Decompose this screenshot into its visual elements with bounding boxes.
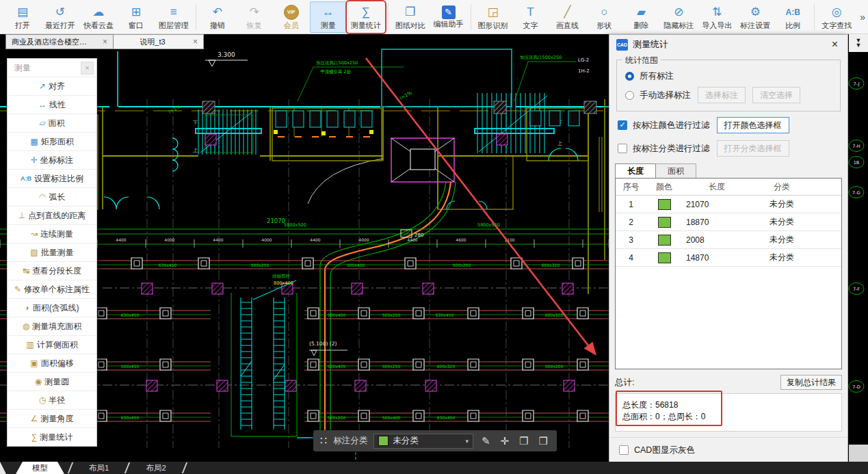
cloud-disk-button[interactable]: ☁快看云盘 <box>79 1 118 33</box>
measure-button[interactable]: ↔测量 <box>310 1 347 33</box>
svg-text:500x200: 500x200 <box>328 415 346 420</box>
tab-layout1[interactable]: 布局1 <box>77 462 121 474</box>
delete-button[interactable]: ▰删除 <box>622 1 659 33</box>
classification-dropdown[interactable]: 未分类 ▾ <box>373 434 473 449</box>
grid-ref-lg2: LG-2 <box>578 57 589 63</box>
drawing-compare-button[interactable]: ❐图纸对比 <box>391 1 430 33</box>
svg-text:4400: 4400 <box>407 237 417 242</box>
tab-separator <box>68 462 73 473</box>
table-row[interactable]: 4 14870 未分类 <box>616 249 841 267</box>
radius-icon: ◷ <box>39 395 46 405</box>
compare-icon: ❐ <box>405 4 415 21</box>
document-tab-bar: 商业及酒店综合楼空… × 说明_t3 × <box>5 34 204 49</box>
grid-icon: ∷ <box>320 434 327 447</box>
text-icon: T <box>527 4 534 21</box>
svg-text:7-J: 7-J <box>854 81 860 87</box>
scale-icon: A:B <box>786 4 800 21</box>
copy-annotation-button[interactable]: ❐ <box>517 435 530 447</box>
radio-all-annotations[interactable] <box>625 72 634 81</box>
tool-radius[interactable]: ◷半径 <box>8 391 96 409</box>
close-icon[interactable]: × <box>103 37 107 47</box>
duct-size-labels: 630x450500x250 500x450500x250 600x320 63… <box>121 263 564 420</box>
tool-coordinate[interactable]: ✛坐标标注 <box>8 150 96 169</box>
window-button[interactable]: ⊞窗口 <box>118 1 155 33</box>
move-annotation-button[interactable]: ✛ <box>499 435 512 447</box>
close-icon[interactable]: × <box>81 62 94 75</box>
tool-side-area[interactable]: ▥计算侧面积 <box>8 335 96 354</box>
level-note: (5.100) (2) <box>309 341 347 356</box>
stats-panel-title: 测量统计 <box>633 38 829 51</box>
measure-stats-button[interactable]: ∑测量统计 <box>347 1 385 33</box>
edit-annotation-button[interactable]: ✎ <box>479 435 492 447</box>
tab-area[interactable]: 面积 <box>656 163 696 178</box>
filter-by-category-checkbox[interactable] <box>618 144 627 153</box>
tool-area-with-arc[interactable]: ◗面积(含弧线) <box>8 298 96 317</box>
shapes-button[interactable]: ○形状 <box>586 1 622 33</box>
close-icon[interactable]: × <box>193 37 198 47</box>
recent-open-button[interactable]: ↺最近打开 <box>41 1 79 33</box>
redo-button[interactable]: ↷恢复 <box>236 1 273 33</box>
table-row[interactable]: 2 18870 未分类 <box>616 213 841 231</box>
undo-button[interactable]: ↶撤销 <box>199 1 236 33</box>
clear-selection-button[interactable]: 清空选择 <box>752 87 800 103</box>
filter-by-color-checkbox[interactable]: ✓ <box>618 120 627 130</box>
tab-model[interactable]: 模型 <box>16 462 64 474</box>
gear-icon: ⚙ <box>750 4 761 21</box>
angle-icon: ∠ <box>31 414 38 423</box>
radio-manual-select[interactable] <box>625 91 634 100</box>
tool-batch-measure[interactable]: ▧批量测量 <box>8 243 96 261</box>
close-icon[interactable]: × <box>829 38 841 51</box>
paste-annotation-button[interactable]: ❒ <box>537 435 550 447</box>
tool-align[interactable]: ↗对齐 <box>8 77 96 95</box>
shape-recognition-button[interactable]: ◲图形识别 <box>474 1 512 33</box>
text-button[interactable]: T文字 <box>512 1 549 33</box>
open-color-picker-button[interactable]: 打开颜色选择框 <box>717 117 789 133</box>
toolbar-overflow-button[interactable]: » <box>857 12 868 23</box>
stair-down-label: 下 <box>193 120 198 126</box>
draw-line-button[interactable]: ╱画直线 <box>549 1 586 33</box>
tool-point-line-distance[interactable]: ⊥点到直线的距离 <box>8 206 96 224</box>
hide-annotations-button[interactable]: ⊘隐藏标注 <box>659 1 698 33</box>
import-export-button[interactable]: ⇅导入导出 <box>698 1 736 33</box>
annotation-settings-button[interactable]: ⚙标注设置 <box>736 1 774 33</box>
tool-area[interactable]: ▱面积 <box>8 114 96 132</box>
doc-tab-2[interactable]: 说明_t3 × <box>114 34 204 49</box>
cloud-icon: ☁ <box>92 4 104 21</box>
table-row[interactable]: 3 2008 未分类 <box>616 231 841 249</box>
panel-collapse-button[interactable]: ▼ ▼ <box>849 34 868 52</box>
copy-totals-button[interactable]: 复制总计结果 <box>780 375 842 390</box>
tool-linear[interactable]: ↔线性 <box>8 95 96 114</box>
pipe-label-2: 5800x500 <box>284 222 306 228</box>
table-row[interactable]: 1 21070 未分类 <box>616 196 841 213</box>
toolbar-divider <box>471 4 471 30</box>
open-category-picker-button[interactable]: 打开分类选择框 <box>717 140 789 157</box>
tool-measure-angle[interactable]: ∠测量角度 <box>8 409 96 427</box>
tab-length[interactable]: 长度 <box>615 163 656 178</box>
svg-text:7-F: 7-F <box>853 287 860 292</box>
tool-edit-annotation[interactable]: ✎修改单个标注属性 <box>8 280 96 298</box>
vip-member-button[interactable]: VIP会员 <box>273 1 310 33</box>
cad-gray-checkbox[interactable] <box>619 445 629 455</box>
text-search-button[interactable]: ◎文字查找 <box>817 1 856 33</box>
arc-icon: ◠ <box>39 192 46 202</box>
select-annotations-button[interactable]: 选择标注 <box>698 87 746 103</box>
tool-continuous-measure[interactable]: ↝连续测量 <box>8 224 96 243</box>
open-button[interactable]: ▤打开 <box>4 1 41 33</box>
tool-arc-length[interactable]: ◠弧长 <box>8 187 96 206</box>
edit-assistant-button[interactable]: ✎编辑助手 <box>430 1 468 33</box>
vip-icon: VIP <box>284 5 299 20</box>
tool-measure-stats[interactable]: ∑测量统计 <box>8 427 96 446</box>
layer-manager-button[interactable]: ≡图层管理 <box>155 1 193 33</box>
layout-nav-icon[interactable] <box>0 462 6 474</box>
tool-measure-circle[interactable]: ◉测量圆 <box>8 372 96 391</box>
doc-tab-active[interactable]: 商业及酒店综合楼空… × <box>5 34 114 49</box>
tool-scale-setting[interactable]: A:B设置标注比例 <box>8 169 96 187</box>
svg-text:600x320: 600x320 <box>437 364 456 369</box>
tool-segment-length[interactable]: ↹查看分段长度 <box>8 261 96 280</box>
svg-text:(5.100) (2): (5.100) (2) <box>309 341 337 347</box>
scale-button[interactable]: A:B比例 <box>774 1 811 33</box>
tool-fill-area[interactable]: ◍测量填充面积 <box>8 317 96 335</box>
tool-area-offset[interactable]: ▣面积偏移 <box>8 354 96 372</box>
tool-rect-area[interactable]: ▦矩形面积 <box>8 132 96 150</box>
tab-layout2[interactable]: 布局2 <box>133 462 178 474</box>
